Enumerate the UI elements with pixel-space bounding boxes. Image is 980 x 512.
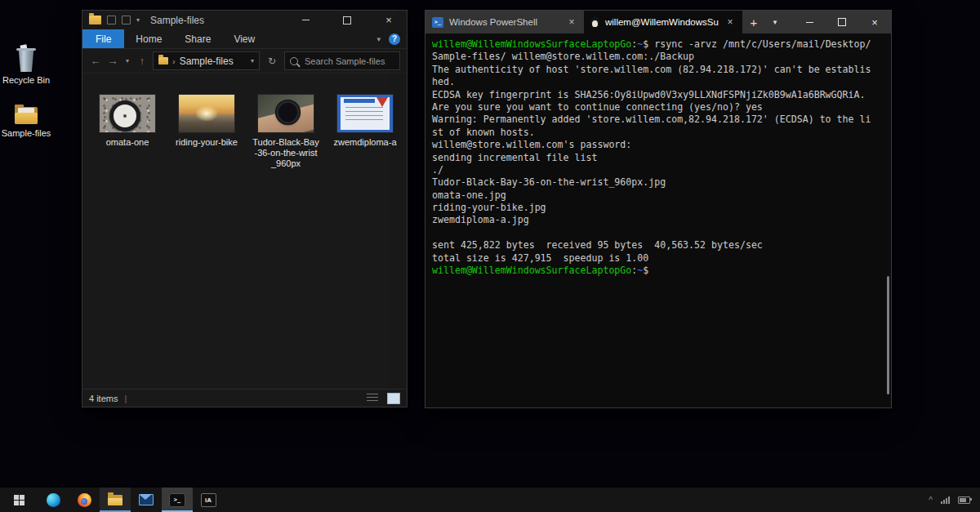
minimize-icon <box>302 20 310 20</box>
system-tray: ^ <box>919 488 980 512</box>
details-view-button[interactable] <box>367 394 378 403</box>
file-thumbnail <box>337 95 393 132</box>
search-icon <box>290 57 298 65</box>
battery-icon[interactable] <box>958 496 970 504</box>
taskbar-mail-button[interactable] <box>131 488 162 512</box>
tab-close-button[interactable]: × <box>566 16 577 28</box>
minimize-button[interactable] <box>287 11 323 29</box>
recycle-bin-icon <box>16 46 36 72</box>
explorer-window: ▾ Sample-files × File Home Share View ▾ … <box>82 10 408 407</box>
terminal-output[interactable]: willem@WillemWindowsSurfaceLaptopGo:~$ r… <box>425 33 891 407</box>
taskbar-terminal-button[interactable]: >_ <box>162 488 193 512</box>
terminal-window: >_ Windows PowerShell × willem@WillemWin… <box>425 10 892 408</box>
taskbar-ia-writer-button[interactable]: iA <box>193 488 224 512</box>
window-title: Sample-files <box>150 15 204 26</box>
status-bar: 4 items | <box>82 389 407 407</box>
desktop-icon-label: Sample-files <box>0 128 52 139</box>
recent-locations-icon[interactable]: ▾ <box>123 57 131 65</box>
items-count: 4 items <box>89 394 118 403</box>
close-button[interactable]: × <box>858 11 891 33</box>
ribbon-tab-share[interactable]: Share <box>173 29 222 48</box>
maximize-button[interactable] <box>329 11 365 29</box>
terminal-tab-bar[interactable]: >_ Windows PowerShell × willem@WillemWin… <box>425 11 891 33</box>
file-label: omata-one <box>106 137 149 148</box>
taskbar-edge-button[interactable] <box>38 488 69 512</box>
ribbon-tab-view[interactable]: View <box>222 29 266 48</box>
taskbar-explorer-button[interactable] <box>100 488 131 512</box>
navigation-bar: ← → ▾ ↑ › Sample-files ▾ ↻ <box>82 49 407 73</box>
breadcrumb-separator: › <box>172 56 176 66</box>
taskbar: >_ iA ^ <box>0 487 980 512</box>
tab-close-button[interactable]: × <box>724 16 736 28</box>
ribbon-expand-icon[interactable]: ▾ <box>368 29 389 48</box>
linux-penguin-icon <box>590 16 599 28</box>
address-bar[interactable]: › Sample-files ▾ <box>153 51 260 70</box>
address-dropdown-icon[interactable]: ▾ <box>251 57 254 65</box>
file-item-tudor-black-bay[interactable]: Tudor-Black-Bay -36-on-the-wrist _960px <box>249 95 323 169</box>
firefox-icon <box>78 493 91 507</box>
file-item-riding-your-bike[interactable]: riding-your-bike <box>170 95 243 148</box>
file-label: Tudor-Black-Bay -36-on-the-wrist _960px <box>252 137 319 169</box>
back-button[interactable]: ← <box>89 55 102 67</box>
tab-title: Windows PowerShell <box>449 17 560 27</box>
quick-access-chevron-icon[interactable]: ▾ <box>136 16 140 24</box>
ia-writer-icon: iA <box>201 493 216 507</box>
tab-title: willem@WillemWindowsSurfac <box>605 17 719 27</box>
file-label: zwemdiploma-a <box>333 137 396 148</box>
ribbon-tab-home[interactable]: Home <box>124 29 173 48</box>
status-separator: | <box>124 394 127 403</box>
file-explorer-icon <box>108 495 122 505</box>
file-list[interactable]: omata-one riding-your-bike Tudor-Black-B… <box>82 73 407 389</box>
file-item-omata-one[interactable]: omata-one <box>91 95 164 148</box>
desktop: Recycle Bin Sample-files ▾ Sample-files … <box>0 0 980 512</box>
large-icons-view-button[interactable] <box>387 393 400 404</box>
taskbar-firefox-button[interactable] <box>69 488 100 512</box>
titlebar-drag-area[interactable] <box>785 11 793 33</box>
ribbon-tab-bar: File Home Share View ▾ ? <box>82 29 407 49</box>
file-thumbnail <box>258 95 314 132</box>
quick-access-properties-icon[interactable] <box>107 16 116 24</box>
quick-access-new-folder-icon[interactable] <box>122 16 131 24</box>
refresh-button[interactable]: ↻ <box>264 52 280 69</box>
maximize-icon <box>343 16 351 24</box>
maximize-button[interactable] <box>826 11 858 33</box>
maximize-icon <box>838 18 846 26</box>
new-tab-button[interactable]: + <box>742 11 765 33</box>
terminal-lines: willem@WillemWindowsSurfaceLaptopGo:~$ r… <box>432 38 884 277</box>
minimize-button[interactable] <box>793 11 826 33</box>
file-label: riding-your-bike <box>176 137 238 148</box>
folder-icon <box>14 105 38 125</box>
up-button[interactable]: ↑ <box>136 55 149 67</box>
tab-wsl-session[interactable]: willem@WillemWindowsSurfac × <box>584 11 742 33</box>
start-button[interactable] <box>0 488 38 512</box>
file-item-zwemdiploma-a[interactable]: zwemdiploma-a <box>328 95 402 148</box>
desktop-icon-sample-files[interactable]: Sample-files <box>0 103 52 139</box>
ribbon-tab-file[interactable]: File <box>82 29 124 48</box>
file-thumbnail <box>100 95 155 132</box>
hidden-icons-chevron[interactable]: ^ <box>929 496 933 505</box>
scrollbar-thumb[interactable] <box>887 276 889 394</box>
tab-windows-powershell[interactable]: >_ Windows PowerShell × <box>425 11 584 33</box>
network-icon[interactable] <box>941 496 950 504</box>
close-button[interactable]: × <box>371 11 407 29</box>
window-folder-icon <box>89 16 101 24</box>
file-thumbnail <box>179 95 234 132</box>
help-button[interactable]: ? <box>389 33 400 45</box>
desktop-icon-label: Recycle Bin <box>0 75 52 86</box>
tab-dropdown-button[interactable]: ▾ <box>765 11 785 33</box>
powershell-icon: >_ <box>432 17 443 28</box>
forward-button[interactable]: → <box>106 55 119 67</box>
breadcrumb[interactable]: Sample-files <box>180 56 234 67</box>
breadcrumb-folder-icon <box>158 57 168 65</box>
edge-icon <box>47 493 60 507</box>
terminal-icon: >_ <box>169 493 185 507</box>
desktop-icon-recycle-bin[interactable]: Recycle Bin <box>0 46 52 86</box>
mail-icon <box>139 494 154 505</box>
windows-logo-icon <box>14 495 24 505</box>
minimize-icon <box>806 22 813 23</box>
search-box[interactable] <box>284 51 400 70</box>
explorer-titlebar[interactable]: ▾ Sample-files × <box>82 11 407 29</box>
search-input[interactable] <box>303 56 394 67</box>
